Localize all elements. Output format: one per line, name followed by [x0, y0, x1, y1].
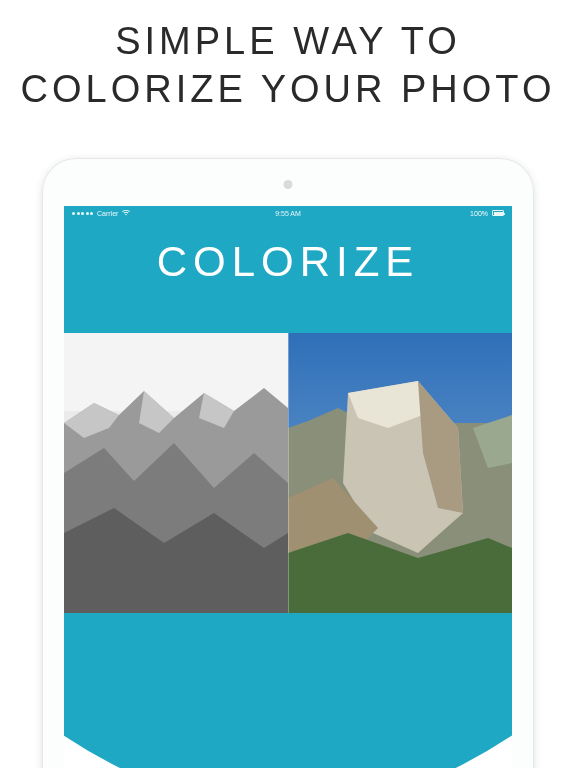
ipad-device-frame: Carrier 9:55 AM 100% COLORIZE: [42, 158, 534, 768]
comparison-slider-line[interactable]: [288, 333, 289, 613]
promo-line-2: COLORIZE YOUR PHOTO: [0, 66, 576, 114]
status-left: Carrier: [72, 210, 130, 217]
device-camera-dot: [284, 180, 293, 189]
promo-line-1: SIMPLE WAY TO: [0, 18, 576, 66]
signal-icon: [72, 212, 93, 215]
status-bar: Carrier 9:55 AM 100%: [64, 206, 512, 220]
device-screen: Carrier 9:55 AM 100% COLORIZE: [64, 206, 512, 768]
carrier-label: Carrier: [97, 210, 118, 217]
photo-before-grayscale: [64, 333, 288, 613]
photo-after-colorized: [288, 333, 512, 613]
status-time: 9:55 AM: [275, 210, 301, 217]
status-right: 100%: [470, 210, 504, 217]
app-title: COLORIZE: [64, 238, 512, 286]
promo-headline: SIMPLE WAY TO COLORIZE YOUR PHOTO: [0, 0, 576, 113]
curved-background: [64, 703, 512, 768]
battery-icon: [492, 210, 504, 216]
battery-label: 100%: [470, 210, 488, 217]
wifi-icon: [122, 210, 130, 217]
